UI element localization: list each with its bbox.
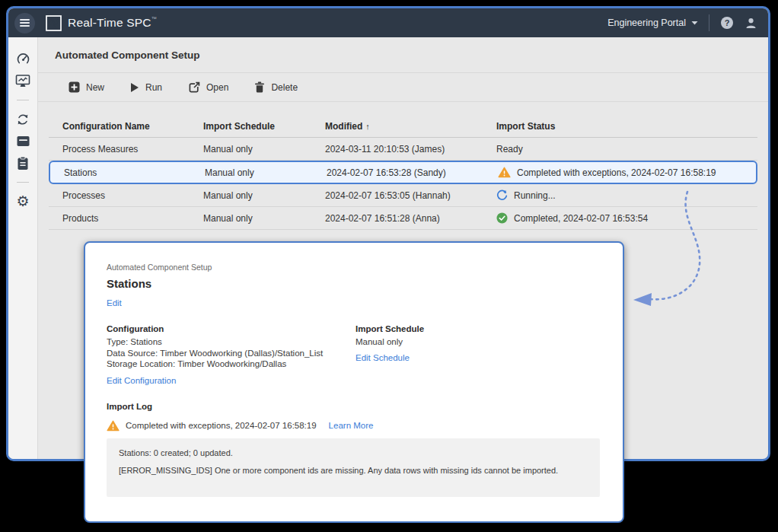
- configuration-data-source: Data Source: Timber Woodworking (Dallas)…: [107, 348, 356, 359]
- cell-import-schedule: Manual only: [190, 190, 311, 201]
- sync-icon: [16, 113, 30, 126]
- trademark: ™: [151, 16, 157, 21]
- import-log-status-text: Completed with exceptions, 2024-02-07 16…: [126, 421, 317, 430]
- table-header-row: Configuration Name Import Schedule Modif…: [49, 115, 757, 138]
- gear-icon: ⚙: [16, 194, 29, 209]
- archive-box-icon: [16, 135, 30, 148]
- help-button[interactable]: ?: [720, 16, 734, 30]
- page-title: Automated Component Setup: [55, 49, 200, 61]
- sort-ascending-icon: ↑: [365, 122, 370, 131]
- column-header-configuration-name[interactable]: Configuration Name: [49, 121, 190, 132]
- configuration-section: Configuration Type: Stations Data Source…: [107, 324, 356, 387]
- cell-import-schedule: Manual only: [190, 213, 311, 224]
- topbar-divider: [709, 14, 709, 31]
- running-spinner-icon: [496, 190, 508, 201]
- svg-text:?: ?: [725, 18, 730, 27]
- spc-chart-logo-icon: [46, 15, 62, 31]
- column-header-modified[interactable]: Modified↑: [311, 121, 483, 132]
- cell-import-status: Completed, 2024-02-07 16:53:54: [483, 212, 757, 224]
- stations-detail-panel: Automated Component Setup Stations Edit …: [84, 241, 624, 523]
- log-line-error: [ERROR_MISSING_IDS] One or more componen…: [119, 466, 588, 475]
- app-logo: Real-Time SPC™: [46, 15, 157, 31]
- edit-link[interactable]: Edit: [107, 298, 122, 307]
- hamburger-menu-button[interactable]: [14, 13, 35, 33]
- cell-import-status: Ready: [483, 144, 757, 155]
- cell-configuration-name: Processes: [49, 190, 190, 201]
- import-schedule-section: Import Schedule Manual only Edit Schedul…: [356, 324, 424, 387]
- cell-import-schedule: Manual only: [191, 167, 313, 178]
- user-icon: [745, 17, 757, 30]
- cell-modified: 2024-02-07 16:53:28 (Sandy): [313, 167, 484, 178]
- new-button-label: New: [86, 82, 104, 93]
- left-sidebar: ⚙: [8, 37, 38, 459]
- sidebar-item-records[interactable]: [11, 152, 34, 174]
- delete-button[interactable]: Delete: [247, 78, 305, 96]
- monitor-chart-icon: [15, 74, 30, 88]
- run-button[interactable]: Run: [123, 79, 170, 96]
- sidebar-item-monitoring[interactable]: [11, 70, 34, 92]
- import-log-status: Completed with exceptions, 2024-02-07 16…: [107, 420, 600, 432]
- trash-icon: [254, 81, 265, 93]
- open-button-label: Open: [206, 82, 228, 93]
- app-title: Real-Time SPC™: [68, 16, 157, 30]
- sidebar-item-dashboard[interactable]: [11, 48, 34, 70]
- configurations-table: Configuration Name Import Schedule Modif…: [38, 102, 768, 230]
- sidebar-item-data-store[interactable]: [11, 130, 34, 152]
- table-row-processes[interactable]: Processes Manual only 2024-02-07 16:53:0…: [49, 184, 757, 207]
- edit-configuration-link[interactable]: Edit Configuration: [107, 376, 176, 385]
- plus-icon: [69, 81, 80, 93]
- sidebar-item-sync[interactable]: [11, 108, 34, 130]
- import-schedule-heading: Import Schedule: [356, 324, 424, 333]
- cell-modified: 2024-02-07 16:51:28 (Anna): [311, 213, 483, 224]
- table-row-process-measures[interactable]: Process Measures Manual only 2024-03-11 …: [49, 138, 757, 161]
- new-button[interactable]: New: [61, 78, 112, 96]
- column-header-import-status[interactable]: Import Status: [483, 121, 757, 132]
- cell-import-schedule: Manual only: [190, 144, 311, 155]
- open-button[interactable]: Open: [180, 78, 236, 97]
- configuration-storage-location: Storage Location: Timber Woodworking/Dal…: [107, 358, 356, 370]
- open-in-new-icon: [188, 81, 200, 94]
- sidebar-item-settings[interactable]: ⚙: [11, 190, 34, 212]
- table-row-stations[interactable]: Stations Manual only 2024-02-07 16:53:28…: [49, 161, 757, 184]
- chevron-down-icon: [691, 21, 698, 25]
- portal-label: Engineering Portal: [607, 18, 686, 28]
- log-line-summary: Stations: 0 created; 0 updated.: [119, 448, 588, 457]
- warning-icon: [107, 420, 120, 432]
- help-icon: ?: [720, 16, 734, 30]
- sidebar-divider: [17, 100, 29, 100]
- cell-configuration-name: Products: [49, 213, 190, 224]
- toolbar: New Run Open: [38, 73, 768, 102]
- warning-icon: [498, 167, 511, 178]
- cell-modified: 2024-03-11 20:10:53 (James): [311, 144, 483, 155]
- import-log-heading: Import Log: [107, 402, 600, 411]
- portal-switcher[interactable]: Engineering Portal: [607, 18, 698, 28]
- table-row-products[interactable]: Products Manual only 2024-02-07 16:51:28…: [49, 207, 757, 230]
- run-button-label: Run: [145, 82, 162, 93]
- configuration-type: Type: Stations: [107, 336, 356, 348]
- cell-modified: 2024-02-07 16:53:05 (Hannah): [311, 190, 483, 201]
- column-header-import-schedule[interactable]: Import Schedule: [190, 121, 311, 132]
- top-bar: Real-Time SPC™ Engineering Portal ?: [8, 8, 768, 37]
- cell-import-status: Completed with exceptions, 2024-02-07 16…: [484, 167, 756, 178]
- cell-configuration-name: Process Measures: [49, 144, 190, 155]
- cell-import-status: Running...: [483, 190, 757, 201]
- configuration-heading: Configuration: [107, 324, 356, 333]
- play-icon: [130, 82, 139, 93]
- page-header: Automated Component Setup: [38, 37, 768, 73]
- import-schedule-value: Manual only: [356, 336, 424, 348]
- learn-more-link[interactable]: Learn More: [329, 421, 374, 430]
- detail-title: Stations: [107, 277, 600, 290]
- detail-breadcrumb: Automated Component Setup: [107, 263, 600, 272]
- sidebar-divider: [17, 182, 29, 183]
- success-check-icon: [496, 212, 508, 224]
- edit-schedule-link[interactable]: Edit Schedule: [356, 353, 410, 362]
- cell-configuration-name: Stations: [50, 167, 191, 178]
- import-log-output: Stations: 0 created; 0 updated. [ERROR_M…: [107, 438, 600, 497]
- gauge-icon: [16, 52, 30, 66]
- user-account-button[interactable]: [745, 17, 757, 30]
- delete-button-label: Delete: [271, 82, 298, 93]
- clipboard-icon: [17, 156, 29, 170]
